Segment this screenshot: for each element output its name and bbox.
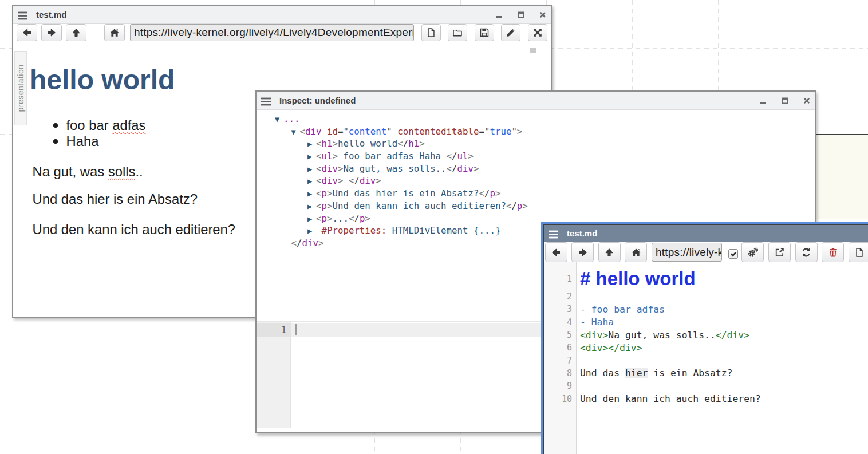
tree-node[interactable]: ▼... [257,113,815,125]
expand-button[interactable] [528,24,547,41]
arrow-right-button[interactable] [571,242,594,262]
save-button[interactable] [475,24,494,41]
line-number: 2 [544,290,576,303]
code-token: ul [457,151,468,161]
pencil-button[interactable] [501,24,520,41]
code-token: hello world [338,138,397,149]
code-line: Und den kann ich auch editieren? [580,392,868,405]
code-token: HTMLDivElement {...} [392,225,501,236]
code-token: / [511,200,516,211]
code-token: foo bar adfas Haha [338,151,447,161]
tree-node[interactable]: ▶<ul> foo bar adfas Haha </ul> [257,150,815,163]
arrow-up-button[interactable] [66,24,86,41]
arrow-right-icon [578,247,588,258]
note-box[interactable] [815,134,868,219]
tree-node[interactable]: ▶<h1>hello world</h1> [257,137,815,150]
close-button[interactable] [537,9,548,20]
text-cursor [295,324,297,335]
expand-arrow: ▶ [307,188,316,200]
code-token: > [517,126,522,137]
code-token: / [452,151,457,161]
code-token: / [354,213,359,224]
cogs-button[interactable] [741,242,764,262]
home-button[interactable] [104,24,125,41]
close-icon [802,96,811,105]
expand-arrow: ▶ [307,138,316,151]
code-line: <div>Na gut, was solls..</div> [580,329,868,341]
code-token: ... [283,113,299,124]
arrow-right-button[interactable] [41,24,62,41]
tree-node[interactable]: ▶<p>Und den kann ich auch editieren?</p> [257,200,815,212]
external-link-icon [775,247,785,258]
code-line [580,354,868,366]
maximize-icon [516,10,526,19]
maximize-button[interactable] [779,95,790,106]
code-token: = [338,126,343,137]
tree-node[interactable]: ▼<div id="content" contenteditable="true… [257,125,815,138]
expand-arrow: ▼ [291,126,300,139]
code-token: > [318,238,323,248]
line-number: 1 [544,267,576,290]
expand-arrow: ▶ [307,200,316,213]
arrow-left-button[interactable] [17,24,37,41]
editor-gutter: 12345678910 [544,262,577,454]
trash-button[interactable] [822,242,844,262]
refresh-button[interactable] [795,242,818,262]
minimize-button[interactable] [757,95,768,106]
trash-icon [828,247,838,258]
code-line [580,290,868,303]
code-token [386,225,392,236]
code-token: hier [625,368,648,378]
code-token: p [517,200,522,211]
arrow-left-button[interactable] [545,242,567,262]
maximize-button[interactable] [515,9,526,20]
window-title: test.md [36,10,66,19]
tree-node[interactable]: ▶<p>...</p> [257,212,815,225]
tree-node[interactable]: ▶<p>Und das hier is ein Absatz?</p> [257,187,815,200]
code-token: < [506,200,511,211]
auto-update-checkbox[interactable] [728,249,738,259]
file-icon [854,247,865,258]
menu-icon[interactable] [261,97,271,105]
code-token: div [305,126,321,137]
folder-button[interactable] [448,24,467,41]
code-token: Na gut, was solls.. [608,330,716,341]
file-button[interactable] [849,242,868,262]
code-token: > [338,163,343,174]
close-button[interactable] [801,95,812,106]
file-button[interactable] [421,24,441,41]
code-token: " [511,126,516,137]
presentation-tab[interactable]: presentation [14,51,27,125]
tree-node[interactable]: ▶<div> </div> [257,175,815,187]
tree-node[interactable]: ▶<div>Na gut, was solls..</div> [257,163,815,175]
titlebar[interactable]: test.md [13,6,551,24]
code-line: # hello world [580,267,868,290]
url-input[interactable]: https://lively-k [652,243,722,262]
text-run: Na gut, was [33,164,108,179]
menu-icon[interactable] [18,11,27,19]
code-token: p [490,188,495,199]
menu-icon[interactable] [549,230,558,238]
minimize-button[interactable] [494,9,504,20]
code-token: <div></div> [580,342,642,353]
line-number: 4 [544,316,576,329]
code-token: - foo bar adfas [580,304,665,315]
text-run: Und das hier is ein Absatz? [33,191,198,207]
home-button[interactable] [625,242,647,262]
code-token: " [343,126,348,137]
scrollbar-thumb[interactable] [530,48,536,53]
line-number: 10 [544,392,576,405]
url-input[interactable]: https://lively-kernel.org/lively4/Lively… [130,24,414,41]
titlebar[interactable]: test.md [544,225,868,242]
titlebar[interactable]: Inspect: undefined [257,92,815,110]
window-controls [494,6,548,23]
refresh-icon [801,247,811,258]
external-link-button[interactable] [768,242,791,262]
folder-icon [452,27,463,38]
code-token: > [474,163,479,174]
arrow-up-button[interactable] [598,242,621,262]
code-token: < [300,126,305,137]
expand-arrow: ▼ [275,113,283,126]
code-editor[interactable]: 12345678910 # hello world- foo bar adfas… [544,262,868,454]
line-number: 7 [544,354,576,366]
